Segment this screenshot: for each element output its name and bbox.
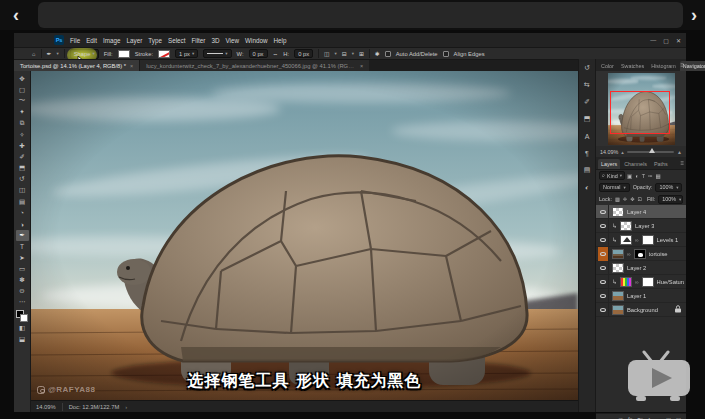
menu-file[interactable]: File xyxy=(70,37,80,44)
zoom-level-field[interactable]: 14.09% xyxy=(36,404,56,410)
navigator-zoom-value[interactable]: 14.09% xyxy=(600,149,618,155)
layer-thumbnail[interactable] xyxy=(612,305,624,315)
path-arrange-icon[interactable]: ⊞ xyxy=(359,51,364,57)
new-layer-icon[interactable]: ⊞ xyxy=(666,416,671,419)
tab-close-icon[interactable]: × xyxy=(360,63,363,69)
type-tool[interactable]: T xyxy=(16,241,29,252)
tab-close-icon[interactable]: × xyxy=(130,63,133,69)
crop-tool[interactable]: ⧉ xyxy=(16,118,29,129)
properties-panel-icon[interactable]: ⇆ xyxy=(581,80,593,90)
layer-row-levels-1[interactable]: ↳∞Levels 1 xyxy=(596,233,686,247)
hand-tool[interactable]: ✽ xyxy=(16,274,29,285)
dodge-tool[interactable]: ◑ xyxy=(16,218,29,229)
blur-tool[interactable]: ◔ xyxy=(16,207,29,218)
filter-icon-0[interactable]: ▣ xyxy=(627,173,632,179)
brushes-panel-icon[interactable]: ✐ xyxy=(581,97,593,107)
more-tools[interactable]: ⋯ xyxy=(16,297,29,308)
menu-view[interactable]: View xyxy=(226,37,240,44)
character-panel-icon[interactable]: A xyxy=(581,131,593,141)
gear-icon[interactable]: ✱ xyxy=(375,51,380,57)
fill-swatch[interactable] xyxy=(118,50,130,58)
brush-tool[interactable]: ✐ xyxy=(16,151,29,162)
menu-edit[interactable]: Edit xyxy=(86,37,97,44)
libraries-panel-icon[interactable]: ▤ xyxy=(581,165,593,175)
link-dimensions-icon[interactable]: ⇔ xyxy=(273,51,279,57)
navigator-thumbnail[interactable] xyxy=(608,73,675,145)
quick-select-tool[interactable]: ✦ xyxy=(16,107,29,118)
layer-thumbnail[interactable] xyxy=(612,291,624,301)
layer-mask-thumbnail[interactable] xyxy=(642,235,654,245)
quick-mask-icon[interactable]: ◧ xyxy=(16,322,29,333)
color-swatches[interactable] xyxy=(16,310,28,322)
menu-window[interactable]: Window xyxy=(245,37,267,44)
layer-row-background[interactable]: Background xyxy=(596,303,686,317)
opacity-dropdown[interactable]: 100% ▾ xyxy=(655,183,682,192)
layer-row-hue-saturation-1[interactable]: ↳∞Hue/Saturation 1 xyxy=(596,275,686,289)
menu-type[interactable]: Type xyxy=(148,37,162,44)
path-align-icon[interactable]: ⊟ xyxy=(342,51,347,57)
eyedropper-tool[interactable]: ✧ xyxy=(16,129,29,140)
align-edges-checkbox[interactable] xyxy=(443,51,449,57)
marquee-tool[interactable]: ▢ xyxy=(16,84,29,95)
visibility-toggle[interactable] xyxy=(598,219,609,233)
tab-swatches[interactable]: Swatches xyxy=(618,61,647,71)
panel-menu-icon[interactable]: ≡ xyxy=(680,160,684,166)
filter-icon-3[interactable]: ✑ xyxy=(648,173,653,179)
blend-mode-dropdown[interactable]: Normal ▾ xyxy=(599,183,630,192)
layer-thumbnail[interactable] xyxy=(612,249,624,259)
back-chevron-icon[interactable]: ‹ xyxy=(6,5,26,25)
tab-histogram[interactable]: Histogram xyxy=(648,61,679,71)
tab-color[interactable]: Color xyxy=(598,61,617,71)
zoom-out-icon[interactable]: ▴ xyxy=(621,149,624,155)
delete-layer-icon[interactable]: ⊟ xyxy=(676,416,681,419)
lock-icon-3[interactable]: ⊡ xyxy=(638,196,642,202)
menu-layer[interactable]: Layer xyxy=(127,37,143,44)
layer-row-tortoise[interactable]: ∞tortoise xyxy=(596,247,686,261)
history-brush-tool[interactable]: ↺ xyxy=(16,174,29,185)
path-operations-icon[interactable]: ◫ xyxy=(324,51,329,57)
maximize-icon[interactable]: ▢ xyxy=(663,37,669,44)
lasso-tool[interactable]: 〜 xyxy=(16,95,29,106)
pen-tool-preset-icon[interactable]: ✒ xyxy=(47,51,52,57)
layer-thumbnail[interactable] xyxy=(612,263,624,273)
layer-mask-thumbnail[interactable] xyxy=(642,277,654,287)
screen-mode-icon[interactable]: ⬓ xyxy=(16,333,29,344)
pen-tool[interactable]: ✒ xyxy=(16,230,29,241)
move-tool[interactable]: ✥ xyxy=(16,73,29,84)
paragraph-panel-icon[interactable]: ¶ xyxy=(581,148,593,158)
close-icon[interactable]: ✕ xyxy=(676,37,681,44)
auto-add-delete-checkbox[interactable] xyxy=(385,51,391,57)
menu-image[interactable]: Image xyxy=(103,37,121,44)
tool-mode-dropdown[interactable]: Shape ▾ xyxy=(70,49,99,59)
menu-help[interactable]: Help xyxy=(273,37,286,44)
visibility-toggle[interactable] xyxy=(598,275,609,289)
tab-paths[interactable]: Paths xyxy=(651,159,671,169)
visibility-toggle[interactable] xyxy=(598,233,609,247)
layer-row-layer-2[interactable]: Layer 2 xyxy=(596,261,686,275)
visibility-toggle[interactable] xyxy=(598,303,609,317)
canvas[interactable]: @RAFYA88 选择钢笔工具 形状 填充为黑色 xyxy=(31,71,578,400)
navigator-zoom-slider[interactable] xyxy=(627,151,674,153)
menu-3d[interactable]: 3D xyxy=(211,37,219,44)
eraser-tool[interactable]: ◫ xyxy=(16,185,29,196)
clone-source-panel-icon[interactable]: ⬒ xyxy=(581,114,593,124)
menu-filter[interactable]: Filter xyxy=(191,37,205,44)
lock-icon-2[interactable]: ✥ xyxy=(630,196,634,202)
panel-menu-icon[interactable]: ≡ xyxy=(680,62,684,68)
stroke-swatch[interactable] xyxy=(158,50,170,58)
fill-dropdown[interactable]: 100% ▾ xyxy=(658,195,683,204)
stroke-style-dropdown[interactable]: ▾ xyxy=(203,49,231,58)
filter-icon-2[interactable]: T xyxy=(642,173,645,179)
add-mask-icon[interactable]: ◧ xyxy=(637,416,643,419)
layer-thumbnail[interactable] xyxy=(620,221,632,231)
layer-thumbnail[interactable] xyxy=(620,277,632,287)
home-icon[interactable]: ⌂ xyxy=(32,51,36,57)
filter-icon-4[interactable]: ▦ xyxy=(656,173,661,179)
stroke-width-field[interactable]: 1 px ▾ xyxy=(175,49,198,58)
filter-kind-dropdown[interactable]: ⌕ Kind ▾ xyxy=(599,171,625,180)
gradient-tool[interactable]: ▤ xyxy=(16,196,29,207)
new-group-icon[interactable]: ▱ xyxy=(656,416,661,419)
visibility-toggle[interactable] xyxy=(598,205,609,219)
status-menu-arrow[interactable]: › xyxy=(125,404,127,410)
forward-chevron-icon[interactable]: › xyxy=(684,5,704,25)
